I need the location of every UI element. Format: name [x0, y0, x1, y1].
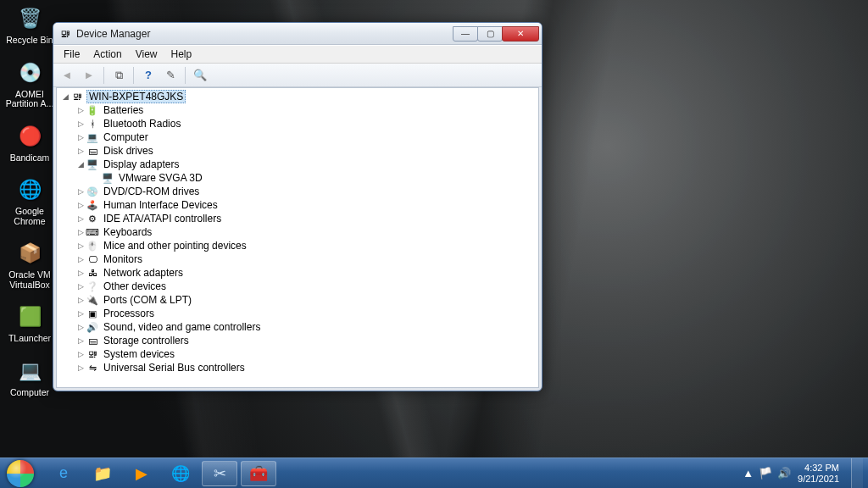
- tree-node[interactable]: ▷🖱️Mice and other pointing devices: [75, 239, 538, 252]
- start-button[interactable]: [0, 458, 41, 489]
- back-button[interactable]: ◄: [57, 66, 77, 85]
- tree-node[interactable]: ▷🖴Storage controllers: [75, 334, 538, 347]
- expander-icon[interactable]: ◢: [75, 160, 86, 169]
- tree-node-label: Computer: [102, 131, 150, 143]
- tree-node[interactable]: ▷⚙IDE ATA/ATAPI controllers: [75, 212, 538, 225]
- menu-view[interactable]: View: [129, 47, 164, 62]
- desktop-icon-label: Recycle Bin: [6, 36, 53, 46]
- tree-node[interactable]: ▷⇋Universal Serial Bus controllers: [75, 361, 538, 374]
- device-manager-window[interactable]: 🖳 Device Manager — ▢ ✕ File Action View …: [53, 22, 542, 391]
- device-tree[interactable]: ◢🖳WIN-BXPET48GJKS▷🔋Batteries▷ᚼBluetooth …: [56, 87, 539, 388]
- device-category-icon: ❔: [86, 280, 99, 292]
- tray-icons: ▲ 🏳️ 🔊: [743, 467, 791, 480]
- help-button[interactable]: ?: [138, 66, 159, 85]
- expander-icon[interactable]: ▷: [75, 187, 86, 196]
- tree-node[interactable]: ▷🔌Ports (COM & LPT): [75, 293, 538, 307]
- desktop-icon-chrome[interactable]: 🌐 Google Chrome: [3, 175, 56, 226]
- expander-icon[interactable]: ▷: [75, 106, 86, 114]
- desktop-icons: 🗑️ Recycle Bin 💿 AOMEI Partition A... 🔴 …: [3, 3, 56, 397]
- tree-node[interactable]: ▷🖵Monitors: [75, 252, 538, 266]
- tree-node[interactable]: ▷⌨Keyboards: [75, 225, 538, 239]
- tree-node[interactable]: ▷🖳System devices: [75, 347, 538, 361]
- expander-icon[interactable]: ◢: [60, 92, 70, 101]
- expander-icon[interactable]: ▷: [75, 336, 86, 345]
- titlebar[interactable]: 🖳 Device Manager — ▢ ✕: [53, 23, 542, 45]
- tray-volume-icon[interactable]: 🔊: [777, 467, 791, 480]
- device-category-icon: 🕹️: [86, 199, 99, 211]
- tree-node[interactable]: ▷🔊Sound, video and game controllers: [75, 320, 538, 334]
- tree-node[interactable]: ▷🕹️Human Interface Devices: [75, 198, 538, 212]
- desktop-icon-tlauncher[interactable]: 🟩 TLauncher: [3, 302, 56, 344]
- expander-icon[interactable]: ▷: [75, 228, 86, 236]
- desktop-icon-bandicam[interactable]: 🔴 Bandicam: [3, 121, 56, 164]
- taskbar-pin-wmp[interactable]: ▶: [124, 461, 159, 486]
- maximize-button[interactable]: ▢: [477, 26, 503, 42]
- expander-icon[interactable]: ▷: [75, 350, 86, 358]
- expander-icon[interactable]: ▷: [75, 323, 86, 331]
- toolbar-separator: [103, 67, 104, 84]
- devmgr-title-icon: 🖳: [58, 27, 72, 41]
- desktop-icon-aomei[interactable]: 💿 AOMEI Partition A...: [3, 58, 56, 109]
- tree-node[interactable]: ▷🖴Disk drives: [75, 144, 538, 158]
- minimize-button[interactable]: —: [453, 26, 478, 42]
- taskbar-pin-ie[interactable]: e: [46, 461, 81, 486]
- close-button[interactable]: ✕: [502, 26, 539, 42]
- menu-help[interactable]: Help: [164, 47, 199, 62]
- tray-flag-icon[interactable]: 🏳️: [759, 467, 772, 480]
- expander-icon[interactable]: ▷: [75, 363, 86, 372]
- tree-leaf-node[interactable]: ·🖥️VMware SVGA 3D: [91, 171, 538, 185]
- clock[interactable]: 4:32 PM 9/21/2021: [798, 463, 839, 484]
- expander-icon[interactable]: ▷: [75, 241, 86, 250]
- expander-icon[interactable]: ▷: [75, 255, 86, 263]
- tree-node-label: Disk drives: [102, 145, 155, 157]
- device-category-icon: ⌨: [86, 226, 99, 238]
- tree-node-label: DVD/CD-ROM drives: [102, 186, 201, 197]
- show-desktop-button[interactable]: [851, 458, 863, 489]
- expander-icon[interactable]: ▷: [75, 133, 86, 141]
- desktop-icon-computer[interactable]: 💻 Computer: [3, 356, 56, 398]
- tree-node-label: Keyboards: [102, 226, 153, 238]
- desktop-icon-virtualbox[interactable]: 📦 Oracle VM VirtualBox: [3, 238, 56, 290]
- desktop-icon-label: Google Chrome: [3, 207, 56, 226]
- device-category-icon: ⇋: [86, 362, 99, 374]
- tree-node[interactable]: ▷ᚼBluetooth Radios: [75, 117, 538, 130]
- device-category-icon: 💻: [86, 131, 99, 143]
- tree-node-label: Network adapters: [102, 267, 185, 279]
- expander-icon[interactable]: ▷: [75, 269, 86, 277]
- expander-icon[interactable]: ▷: [75, 119, 86, 128]
- properties-button[interactable]: ✎: [160, 66, 181, 85]
- scan-hardware-button[interactable]: 🔍: [190, 66, 210, 85]
- tree-node[interactable]: ◢🖥️Display adapters: [75, 158, 538, 171]
- taskbar-pin-snip[interactable]: ✂: [202, 461, 237, 486]
- tree-node[interactable]: ▷❔Other devices: [75, 280, 538, 293]
- toolbar-separator: [133, 67, 134, 84]
- menu-file[interactable]: File: [57, 47, 86, 62]
- forward-button[interactable]: ►: [79, 66, 99, 85]
- taskbar-pin-chrome[interactable]: 🌐: [163, 461, 198, 486]
- expander-icon[interactable]: ▷: [75, 214, 86, 223]
- tree-node[interactable]: ▷▣Processors: [75, 307, 538, 320]
- show-hidden-button[interactable]: ⧉: [108, 66, 129, 85]
- tree-node-label: Batteries: [102, 104, 145, 116]
- expander-icon[interactable]: ▷: [75, 296, 86, 304]
- aomei-icon: 💿: [14, 58, 45, 88]
- expander-icon[interactable]: ▷: [75, 282, 86, 291]
- window-title: Device Manager: [76, 28, 453, 40]
- menu-action[interactable]: Action: [86, 47, 128, 62]
- tree-node[interactable]: ▷🔋Batteries: [75, 103, 538, 117]
- desktop-icon-label: TLauncher: [8, 334, 51, 344]
- taskbar-pin-explorer[interactable]: 📁: [85, 461, 120, 486]
- expander-icon[interactable]: ▷: [75, 201, 86, 209]
- tree-node[interactable]: ▷🖧Network adapters: [75, 266, 538, 280]
- device-category-icon: ▣: [86, 308, 99, 319]
- tree-node[interactable]: ▷💿DVD/CD-ROM drives: [75, 185, 538, 198]
- tree-node-label: VMware SVGA 3D: [117, 172, 204, 184]
- device-category-icon: 🔊: [86, 321, 99, 333]
- tree-root-node[interactable]: ◢🖳WIN-BXPET48GJKS: [60, 90, 538, 103]
- desktop-icon-recycle-bin[interactable]: 🗑️ Recycle Bin: [3, 3, 56, 46]
- tray-expand-icon[interactable]: ▲: [743, 467, 754, 480]
- expander-icon[interactable]: ▷: [75, 309, 86, 318]
- taskbar-pin-devmgr[interactable]: 🧰: [241, 461, 276, 486]
- expander-icon[interactable]: ▷: [75, 147, 86, 155]
- tree-node[interactable]: ▷💻Computer: [75, 130, 538, 144]
